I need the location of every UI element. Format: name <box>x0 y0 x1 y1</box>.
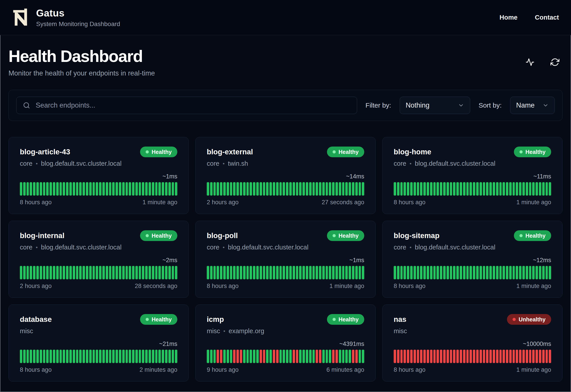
uptime-bar[interactable] <box>423 182 426 196</box>
endpoint-card[interactable]: blog-external Healthy core • twin.sh ~14… <box>195 137 376 214</box>
endpoint-card[interactable]: nas Unhealthy misc ~10000ms 8 hours ago … <box>382 305 563 381</box>
uptime-bar[interactable] <box>145 350 148 363</box>
uptime-bar[interactable] <box>480 182 482 196</box>
uptime-bar[interactable] <box>243 182 246 196</box>
uptime-bar[interactable] <box>233 266 236 279</box>
uptime-bar[interactable] <box>168 266 171 279</box>
uptime-bar[interactable] <box>217 182 219 196</box>
uptime-bar[interactable] <box>542 182 545 196</box>
sort-select[interactable]: Name <box>510 97 555 114</box>
uptime-bar[interactable] <box>135 266 138 279</box>
uptime-bar[interactable] <box>306 182 308 196</box>
uptime-bar[interactable] <box>394 182 396 196</box>
uptime-bar[interactable] <box>63 350 65 363</box>
uptime-bar[interactable] <box>280 266 282 279</box>
uptime-bar[interactable] <box>286 266 288 279</box>
uptime-bar[interactable] <box>299 266 301 279</box>
uptime-bar[interactable] <box>243 266 246 279</box>
uptime-bar[interactable] <box>135 182 138 196</box>
uptime-bar[interactable] <box>352 266 354 279</box>
uptime-bar[interactable] <box>453 350 455 363</box>
uptime-bar[interactable] <box>326 266 328 279</box>
uptime-bar[interactable] <box>207 350 209 363</box>
uptime-bar[interactable] <box>223 266 226 279</box>
uptime-bar[interactable] <box>493 266 495 279</box>
uptime-bar[interactable] <box>36 350 39 363</box>
uptime-bar[interactable] <box>286 182 288 196</box>
uptime-bar[interactable] <box>158 182 161 196</box>
uptime-bar[interactable] <box>106 182 108 196</box>
uptime-bar[interactable] <box>162 350 164 363</box>
uptime-bar[interactable] <box>102 350 105 363</box>
uptime-bar[interactable] <box>155 350 158 363</box>
uptime-bar[interactable] <box>509 266 512 279</box>
uptime-bar[interactable] <box>397 182 399 196</box>
uptime-bar[interactable] <box>96 266 98 279</box>
uptime-bar[interactable] <box>493 350 495 363</box>
uptime-bar[interactable] <box>112 266 115 279</box>
uptime-bar[interactable] <box>109 350 112 363</box>
uptime-bar[interactable] <box>175 350 177 363</box>
uptime-bar[interactable] <box>316 182 318 196</box>
uptime-bar[interactable] <box>329 350 331 363</box>
uptime-bar[interactable] <box>345 350 348 363</box>
uptime-bar[interactable] <box>273 266 275 279</box>
uptime-bar[interactable] <box>410 266 413 279</box>
uptime-bar[interactable] <box>293 266 295 279</box>
uptime-bar[interactable] <box>289 182 292 196</box>
uptime-bar[interactable] <box>172 350 174 363</box>
uptime-bar[interactable] <box>296 350 299 363</box>
uptime-bar[interactable] <box>522 266 525 279</box>
uptime-bar[interactable] <box>410 182 413 196</box>
uptime-bar[interactable] <box>329 266 331 279</box>
uptime-bar[interactable] <box>516 266 518 279</box>
uptime-bar[interactable] <box>66 182 68 196</box>
uptime-bar[interactable] <box>549 182 551 196</box>
uptime-bar[interactable] <box>536 266 538 279</box>
uptime-bar[interactable] <box>135 350 138 363</box>
uptime-bar[interactable] <box>149 266 151 279</box>
uptime-bar[interactable] <box>443 266 446 279</box>
uptime-bar[interactable] <box>430 350 433 363</box>
uptime-bar[interactable] <box>496 182 498 196</box>
uptime-bar[interactable] <box>433 266 436 279</box>
uptime-bar[interactable] <box>427 182 429 196</box>
uptime-bar[interactable] <box>286 350 288 363</box>
uptime-bar[interactable] <box>397 266 399 279</box>
uptime-bar[interactable] <box>40 182 42 196</box>
uptime-bar[interactable] <box>486 350 488 363</box>
uptime-bar[interactable] <box>23 182 26 196</box>
uptime-bar[interactable] <box>469 266 472 279</box>
uptime-bar[interactable] <box>158 266 161 279</box>
uptime-bar[interactable] <box>60 266 62 279</box>
uptime-bar[interactable] <box>220 350 222 363</box>
uptime-bar[interactable] <box>266 266 269 279</box>
uptime-bar[interactable] <box>96 350 98 363</box>
uptime-bar[interactable] <box>512 350 515 363</box>
uptime-bar[interactable] <box>313 350 315 363</box>
uptime-bar[interactable] <box>92 266 95 279</box>
uptime-bar[interactable] <box>509 182 512 196</box>
uptime-bar[interactable] <box>260 266 262 279</box>
uptime-bar[interactable] <box>339 182 341 196</box>
uptime-bar[interactable] <box>549 350 551 363</box>
uptime-bar[interactable] <box>394 350 396 363</box>
uptime-bar[interactable] <box>142 266 144 279</box>
uptime-bar[interactable] <box>423 350 426 363</box>
uptime-bar[interactable] <box>503 266 505 279</box>
uptime-bar[interactable] <box>126 266 128 279</box>
uptime-bar[interactable] <box>139 266 141 279</box>
uptime-bar[interactable] <box>46 350 49 363</box>
uptime-bar[interactable] <box>246 266 249 279</box>
uptime-bar[interactable] <box>526 266 528 279</box>
uptime-bar[interactable] <box>359 350 361 363</box>
uptime-bar[interactable] <box>246 182 249 196</box>
uptime-bar[interactable] <box>420 350 422 363</box>
uptime-bar[interactable] <box>139 182 141 196</box>
uptime-bar[interactable] <box>316 350 318 363</box>
uptime-bar[interactable] <box>76 350 78 363</box>
uptime-bar[interactable] <box>440 266 442 279</box>
uptime-bar[interactable] <box>236 350 239 363</box>
uptime-bar[interactable] <box>102 266 105 279</box>
uptime-bar[interactable] <box>283 182 285 196</box>
